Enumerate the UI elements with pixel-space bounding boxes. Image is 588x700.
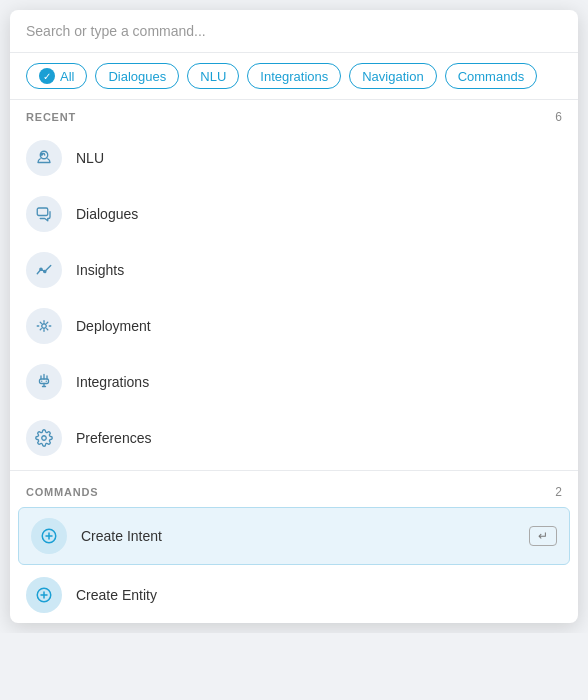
filter-navigation-label: Navigation (362, 69, 423, 84)
svg-point-7 (42, 436, 47, 441)
svg-point-1 (41, 154, 43, 156)
filter-all[interactable]: ✓ All (26, 63, 87, 89)
preferences-icon-container (26, 420, 62, 456)
svg-point-5 (42, 324, 47, 329)
brain-icon (35, 149, 53, 167)
list-item-create-entity[interactable]: Create Entity (10, 567, 578, 623)
preferences-label: Preferences (76, 430, 151, 446)
list-item-create-intent[interactable]: Create Intent ↵ (18, 507, 570, 565)
command-palette: ✓ All Dialogues NLU Integrations Navigat… (10, 10, 578, 623)
filter-nlu[interactable]: NLU (187, 63, 239, 89)
commands-count: 2 (555, 485, 562, 499)
filter-integrations-label: Integrations (260, 69, 328, 84)
svg-rect-2 (37, 208, 48, 216)
deployment-icon-container (26, 308, 62, 344)
commands-section: COMMANDS 2 Create Intent ↵ (10, 475, 578, 623)
deployment-label: Deployment (76, 318, 151, 334)
list-item-integrations[interactable]: Integrations (10, 354, 578, 410)
chart-icon (35, 261, 53, 279)
filter-nlu-label: NLU (200, 69, 226, 84)
chat-icon (35, 205, 53, 223)
search-bar (10, 10, 578, 53)
recent-header: RECENT 6 (10, 100, 578, 130)
integrations-label: Integrations (76, 374, 149, 390)
filter-dialogues[interactable]: Dialogues (95, 63, 179, 89)
list-item-nlu[interactable]: NLU (10, 130, 578, 186)
deploy-icon (35, 317, 53, 335)
svg-point-3 (40, 268, 42, 270)
list-item-dialogues[interactable]: Dialogues (10, 186, 578, 242)
recent-title: RECENT (26, 111, 76, 123)
create-entity-icon-container (26, 577, 62, 613)
filter-commands[interactable]: Commands (445, 63, 537, 89)
list-item-preferences[interactable]: Preferences (10, 410, 578, 466)
create-entity-label: Create Entity (76, 587, 157, 603)
list-item-insights[interactable]: Insights (10, 242, 578, 298)
filter-navigation[interactable]: Navigation (349, 63, 436, 89)
nlu-icon-container (26, 140, 62, 176)
filter-bar: ✓ All Dialogues NLU Integrations Navigat… (10, 53, 578, 100)
create-intent-icon-container (31, 518, 67, 554)
plus-circle-icon (40, 527, 58, 545)
commands-header: COMMANDS 2 (10, 475, 578, 505)
filter-dialogues-label: Dialogues (108, 69, 166, 84)
check-icon: ✓ (39, 68, 55, 84)
dialogues-label: Dialogues (76, 206, 138, 222)
commands-title: COMMANDS (26, 486, 98, 498)
dialogues-icon-container (26, 196, 62, 232)
integrations-icon-container (26, 364, 62, 400)
enter-key-icon: ↵ (529, 526, 557, 546)
filter-commands-label: Commands (458, 69, 524, 84)
filter-all-label: All (60, 69, 74, 84)
insights-icon-container (26, 252, 62, 288)
insights-label: Insights (76, 262, 124, 278)
plus-circle-icon-2 (35, 586, 53, 604)
search-input[interactable] (26, 23, 562, 39)
filter-integrations[interactable]: Integrations (247, 63, 341, 89)
plug-icon (35, 373, 53, 391)
recent-section: RECENT 6 NLU Dialogu (10, 100, 578, 466)
create-intent-label: Create Intent (81, 528, 162, 544)
gear-icon (35, 429, 53, 447)
list-item-deployment[interactable]: Deployment (10, 298, 578, 354)
section-divider (10, 470, 578, 471)
nlu-label: NLU (76, 150, 104, 166)
recent-count: 6 (555, 110, 562, 124)
svg-point-4 (44, 270, 46, 272)
